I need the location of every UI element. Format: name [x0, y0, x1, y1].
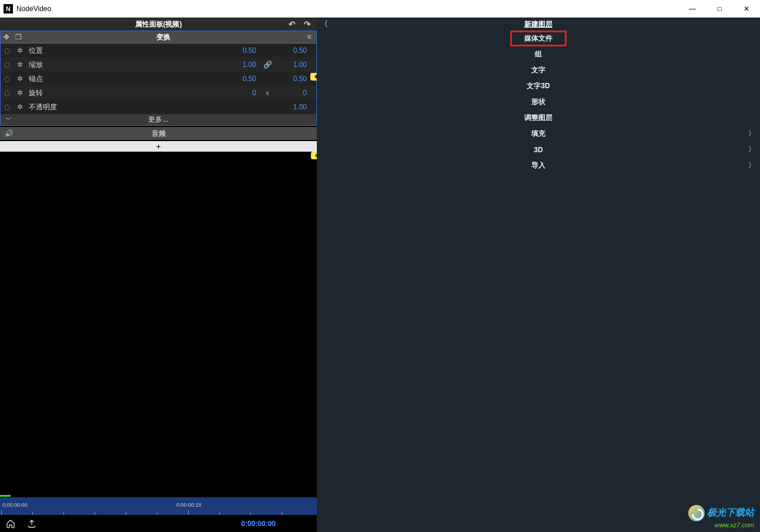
current-time[interactable]: 0:00:00:00 — [241, 520, 276, 528]
prop-label: 旋转 — [26, 88, 79, 98]
layer-item-fill[interactable]: 填充〉 — [317, 126, 760, 142]
prop-row-rotation: ◌ ✲ 旋转 0 x 0 — [1, 86, 316, 100]
layer-item-text3d[interactable]: 文字3D — [317, 78, 760, 94]
home-icon[interactable] — [6, 519, 15, 528]
timeline-start-label: 0:00:00:00 — [2, 502, 28, 508]
layer-item-label: 导入 — [531, 160, 545, 170]
property-panel-title: 属性面板(视频) — [135, 19, 182, 29]
timeline-mid-label: 0:00:00:28 — [176, 502, 202, 508]
layer-item-import[interactable]: 导入〉 — [317, 158, 760, 173]
audio-section-header[interactable]: 🔊 音频 — [0, 127, 317, 140]
chevron-down-icon: ﹀ — [5, 115, 12, 125]
layer-item-shape[interactable]: 形状 — [317, 94, 760, 110]
undo-button[interactable]: ↶ — [289, 19, 296, 29]
more-button[interactable]: ﹀ 更多... — [0, 114, 317, 126]
layer-item-label: 形状 — [531, 97, 545, 107]
link-icon[interactable]: 🔗 — [260, 61, 275, 69]
prop-row-anchor: ◌ ✲ 锚点 0.50 0.50 ☀ PRO — [1, 72, 316, 86]
move-icon[interactable]: ✥ — [1, 33, 12, 41]
gear-icon[interactable]: ✲ — [14, 61, 26, 69]
layer-type-list: 媒体文件 组 文字 文字3D 形状 调整图层 填充〉 3D〉 导入〉 — [317, 31, 760, 173]
stopwatch-icon[interactable]: ◌ — [1, 46, 14, 55]
opacity-value[interactable]: 1.00 — [275, 103, 310, 111]
timeline-ruler — [0, 510, 317, 515]
preview-area[interactable] — [0, 152, 317, 494]
layer-item-label: 文字3D — [527, 81, 550, 91]
transform-rows: ◌ ✲ 位置 0.50 0.50 ◌ ✲ 缩放 1.00 🔗 1.00 — [0, 44, 317, 114]
layer-item-media[interactable]: 媒体文件 — [510, 31, 567, 46]
new-layer-title: 新建图层 — [524, 19, 553, 29]
more-label: 更多... — [148, 115, 168, 125]
prop-label: 缩放 — [26, 60, 79, 70]
prop-row-position: ◌ ✲ 位置 0.50 0.50 — [1, 44, 316, 58]
anchor-y-value[interactable]: 0.50 — [275, 75, 310, 83]
layer-item-group[interactable]: 组 — [317, 46, 760, 62]
gear-icon[interactable]: ✲ — [14, 75, 26, 83]
rotation-turns-value[interactable]: 0 — [225, 89, 260, 97]
watermark: 极光下载站 www.xz7.com — [688, 505, 754, 528]
window-titlebar: N NodeVideo — □ ✕ — [0, 0, 760, 18]
position-y-value[interactable]: 0.50 — [275, 46, 310, 55]
rotation-deg-value[interactable]: 0 — [275, 89, 310, 97]
prop-label: 锚点 — [26, 74, 79, 84]
window-controls: — □ ✕ — [679, 0, 760, 18]
gear-icon[interactable]: ✲ — [14, 46, 26, 55]
timeline[interactable]: 0:00:00:00 0:00:00:28 0:00:00:00 — [0, 494, 317, 532]
layer-item-adjustment[interactable]: 调整图层 — [317, 110, 760, 126]
hamburger-icon[interactable]: ≡ — [302, 33, 316, 41]
scale-y-value[interactable]: 1.00 — [275, 61, 310, 69]
stopwatch-icon[interactable]: ◌ — [1, 89, 14, 97]
transform-title: 变换 — [24, 32, 302, 42]
gear-icon[interactable]: ✲ — [14, 89, 26, 97]
layer-item-label: 3D — [534, 146, 543, 154]
close-button[interactable]: ✕ — [733, 0, 760, 18]
prop-label: 不透明度 — [26, 102, 79, 112]
timeline-toolbar: 0:00:00:00 — [0, 515, 317, 532]
audio-label: 音频 — [152, 129, 166, 139]
prop-row-opacity: ◌ ✲ 不透明度 1.00 — [1, 100, 316, 114]
plus-icon: + — [156, 142, 160, 151]
layer-item-label: 媒体文件 — [524, 34, 553, 44]
watermark-logo-icon — [688, 505, 705, 521]
maximize-button[interactable]: □ — [706, 0, 733, 18]
stopwatch-icon[interactable]: ◌ — [1, 61, 14, 69]
new-layer-header: 〈 新建图层 — [317, 18, 760, 31]
export-icon[interactable] — [27, 519, 36, 528]
stopwatch-icon[interactable]: ◌ — [1, 103, 14, 111]
scale-x-value[interactable]: 1.00 — [225, 61, 260, 69]
minimize-button[interactable]: — — [679, 0, 706, 18]
left-panel: 属性面板(视频) ↶ ↷ ✥ ❐ 变换 ≡ ◌ ✲ 位置 0.50 0.50 — [0, 18, 317, 532]
chevron-left-icon[interactable]: 〈 — [320, 19, 328, 29]
redo-button[interactable]: ↷ — [304, 19, 311, 29]
watermark-line1: 极光下载站 — [707, 507, 754, 517]
app-icon: N — [4, 4, 13, 14]
prop-label: 位置 — [26, 46, 79, 56]
app-title: NodeVideo — [16, 5, 51, 13]
layer-item-3d[interactable]: 3D〉 — [317, 142, 760, 158]
stopwatch-icon[interactable]: ◌ — [1, 75, 14, 83]
layer-item-label: 调整图层 — [524, 113, 553, 123]
prop-row-scale: ◌ ✲ 缩放 1.00 🔗 1.00 — [1, 58, 316, 72]
position-x-value[interactable]: 0.50 — [225, 46, 260, 55]
layer-item-label: 组 — [535, 49, 542, 59]
layer-item-text[interactable]: 文字 — [317, 62, 760, 78]
copy-icon[interactable]: ❐ — [12, 33, 24, 41]
workspace: 属性面板(视频) ↶ ↷ ✥ ❐ 变换 ≡ ◌ ✲ 位置 0.50 0.50 — [0, 18, 760, 532]
watermark-line2: www.xz7.com — [688, 521, 754, 528]
chevron-right-icon: 〉 — [748, 160, 755, 170]
transform-section-header[interactable]: ✥ ❐ 变换 ≡ — [0, 31, 317, 44]
speaker-icon[interactable]: 🔊 — [5, 129, 14, 138]
gear-icon[interactable]: ✲ — [14, 103, 26, 111]
chevron-right-icon: 〉 — [748, 129, 755, 139]
property-panel-header: 属性面板(视频) ↶ ↷ — [0, 18, 317, 31]
layer-item-label: 填充 — [531, 129, 545, 139]
right-panel: 〈 新建图层 媒体文件 组 文字 文字3D 形状 调整图层 填充〉 3D〉 导入… — [317, 18, 760, 532]
chevron-right-icon: 〉 — [748, 145, 755, 155]
layer-item-label: 文字 — [531, 65, 545, 75]
titlebar-left: N NodeVideo — [4, 4, 51, 14]
anchor-x-value[interactable]: 0.50 — [225, 75, 260, 83]
add-button[interactable]: + ☀ PRO — [0, 141, 317, 152]
timeline-track[interactable]: 0:00:00:00 0:00:00:28 — [0, 497, 317, 515]
x-separator: x — [260, 89, 275, 96]
